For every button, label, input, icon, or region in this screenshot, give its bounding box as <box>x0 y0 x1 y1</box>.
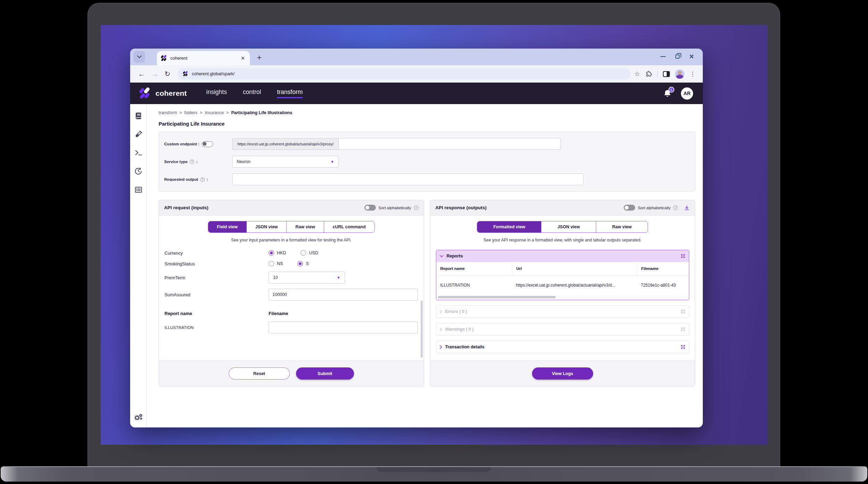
reports-accordion-header[interactable]: Reports <box>436 250 689 262</box>
expand-arrows-icon[interactable] <box>681 345 685 349</box>
radio-option-ns[interactable]: NS <box>269 261 283 266</box>
help-icon[interactable]: ? <box>190 160 194 164</box>
panel-scrollbar[interactable] <box>421 300 423 358</box>
tab-formatted-view[interactable]: Formatted view <box>477 221 541 232</box>
navbar-right: 6 AR <box>663 87 693 100</box>
nav-link-insights[interactable]: insights <box>206 88 227 98</box>
minimize-icon[interactable] <box>660 56 666 57</box>
api-response-panel: API response (outputs) Sort alphabetical… <box>430 200 696 387</box>
response-header-right: Sort alphabetically ? <box>624 205 690 211</box>
tab-raw-view[interactable]: Raw view <box>286 221 323 232</box>
close-icon[interactable]: × <box>689 53 694 60</box>
reports-hscrollbar[interactable] <box>437 296 688 299</box>
nav-link-control[interactable]: control <box>243 88 261 98</box>
notifications-button[interactable]: 6 <box>663 89 672 98</box>
radio-icon[interactable] <box>301 250 306 256</box>
response-description: See your API response in a formatted vie… <box>436 238 690 243</box>
request-header-right: Sort alphabetically ? <box>364 205 419 211</box>
sidebar-history-button[interactable] <box>134 167 143 176</box>
side-panel-icon[interactable] <box>663 71 670 77</box>
browser-tab[interactable]: coherent ✕ <box>157 51 250 65</box>
back-icon[interactable]: ← <box>135 70 148 78</box>
sidebar-console-button[interactable] <box>134 148 143 157</box>
request-description: See your input parameters in a formatted… <box>165 238 418 243</box>
radio-option-hkd[interactable]: HKD <box>269 250 286 256</box>
restore-icon[interactable] <box>675 54 680 59</box>
premterm-value: 10 <box>273 275 278 280</box>
help-icon[interactable]: ? <box>673 205 678 210</box>
field-label: SmokingStatus <box>165 261 269 266</box>
nav-link-transform[interactable]: transform <box>277 88 303 98</box>
radio-option-usd[interactable]: USD <box>301 250 318 256</box>
expand-arrows-icon[interactable] <box>681 327 685 332</box>
endpoint-input[interactable] <box>339 138 561 150</box>
service-type-select[interactable]: Neuron ▼ <box>232 156 339 168</box>
request-sort-toggle[interactable] <box>364 205 376 211</box>
requested-output-input[interactable] <box>232 173 583 185</box>
radio-icon[interactable] <box>269 250 274 256</box>
breadcrumb-transform[interactable]: transform <box>159 110 177 115</box>
reload-icon[interactable]: ↻ <box>161 70 174 78</box>
tab-search-button[interactable] <box>133 51 145 63</box>
premterm-select[interactable]: 10 ▼ <box>269 272 345 283</box>
response-sort-label: Sort alphabetically <box>638 206 671 210</box>
field-row-currency: Currency HKD USD <box>165 250 418 256</box>
submit-button[interactable]: Submit <box>296 367 354 380</box>
tab-raw-view[interactable]: Raw view <box>596 221 648 232</box>
field-label: PremTerm <box>165 275 269 280</box>
col-url: Url <box>512 262 637 275</box>
errors-accordion[interactable]: Errors ( 0 ) <box>436 305 690 318</box>
chevron-right-icon <box>440 345 442 349</box>
radio-option-s[interactable]: S <box>297 261 309 266</box>
url-bar[interactable]: coherent.global/spark/ <box>178 68 630 79</box>
service-type-colon: : <box>196 160 198 164</box>
report-headers: Report name Filename <box>165 311 418 316</box>
request-sort-label: Sort alphabetically <box>379 206 411 210</box>
browser-profile-avatar[interactable] <box>675 69 684 79</box>
view-logs-button[interactable]: View Logs <box>532 367 593 380</box>
bookmark-star-icon[interactable]: ☆ <box>634 70 640 78</box>
new-tab-button[interactable]: + <box>257 53 262 62</box>
response-sort-toggle[interactable] <box>624 205 635 211</box>
sumassured-input[interactable] <box>269 289 418 300</box>
expand-arrows-icon[interactable] <box>681 254 685 258</box>
forward-icon[interactable]: → <box>148 70 161 78</box>
download-icon[interactable] <box>684 205 690 211</box>
tab-curl-command[interactable]: cURL command <box>324 221 374 232</box>
tab-field-view[interactable]: Field view <box>208 221 246 232</box>
help-icon[interactable]: ? <box>200 177 205 182</box>
transaction-details-accordion[interactable]: Transaction details <box>436 341 690 353</box>
user-avatar[interactable]: AR <box>681 87 693 100</box>
chevron-right-icon <box>440 310 442 314</box>
browser-toolbar: ← → ↻ coherent.global/spark/ ☆ ⋮ <box>130 65 703 83</box>
scrollbar-thumb[interactable] <box>438 296 556 298</box>
service-type-label: Service type <box>164 160 188 164</box>
browser-menu-icon[interactable]: ⋮ <box>690 70 696 78</box>
tab-json-view[interactable]: JSON view <box>541 221 596 232</box>
radio-icon[interactable] <box>297 261 303 266</box>
coherent-logo[interactable] <box>140 88 152 99</box>
sidebar-docs-button[interactable] <box>134 112 143 120</box>
requested-output-label-row: Requested output ? : <box>164 177 232 182</box>
expand-arrows-icon[interactable] <box>681 309 685 314</box>
tab-json-view[interactable]: JSON view <box>246 221 287 232</box>
sidebar-testing-button[interactable] <box>134 130 143 138</box>
chevron-right-icon <box>440 328 442 331</box>
custom-endpoint-toggle[interactable] <box>202 141 213 147</box>
warnings-accordion[interactable]: Warnings ( 0 ) <box>436 323 690 336</box>
sidebar-logs-button[interactable] <box>134 186 143 194</box>
field-label: SumAssured <box>165 292 269 297</box>
test-tube-icon <box>134 130 143 138</box>
radio-icon[interactable] <box>269 261 274 266</box>
request-fields: Currency HKD USD <box>165 250 418 333</box>
filename-input[interactable] <box>269 322 418 333</box>
tab-close-icon[interactable]: ✕ <box>240 55 246 61</box>
breadcrumb-insurance[interactable]: Insurance <box>205 110 224 115</box>
help-icon[interactable]: ? <box>414 205 419 210</box>
cell-url-link[interactable]: https://excel.uat.jp.coherent.global/act… <box>512 283 637 288</box>
breadcrumb-folders[interactable]: folders <box>184 110 197 115</box>
sidebar-settings-button[interactable] <box>134 412 143 422</box>
brand-name[interactable]: coherent <box>155 89 187 97</box>
extensions-icon[interactable] <box>645 70 652 77</box>
reset-button[interactable]: Reset <box>229 367 290 380</box>
